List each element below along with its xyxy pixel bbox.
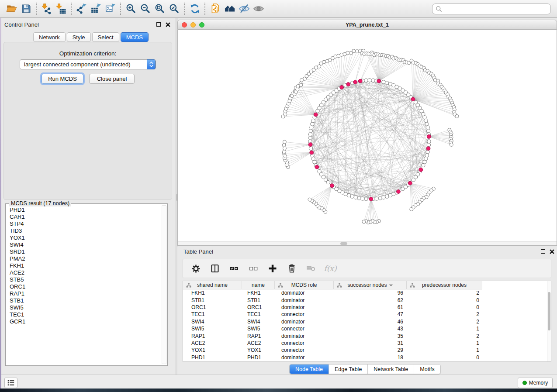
table-cell[interactable]: SWI4 [183, 319, 242, 325]
column-header-successor-nodes[interactable]: successor nodes [334, 281, 407, 289]
table-cell[interactable]: dominator [275, 333, 334, 339]
memory-button[interactable]: Memory [518, 378, 553, 388]
table-cell[interactable]: dominator [275, 304, 334, 310]
table-cell[interactable]: dominator [275, 297, 334, 303]
table-cell[interactable]: SWI5 [242, 326, 275, 332]
mcds-result-item[interactable]: RAP1 [6, 290, 161, 297]
network-hscrollbar-thumb[interactable] [340, 242, 347, 245]
export-image-icon[interactable] [103, 2, 118, 16]
mcds-result-item[interactable]: SRD1 [6, 248, 161, 255]
close-panel-icon[interactable] [165, 21, 171, 28]
table-cell[interactable]: 62 [334, 297, 407, 303]
table-row[interactable]: SWI4SWI4dominator462 [183, 318, 551, 325]
float-table-panel-icon[interactable] [540, 248, 546, 254]
table-cell[interactable]: 2 [407, 290, 482, 296]
optimization-criterion-select[interactable]: largest connected component (undirected) [20, 59, 156, 69]
export-table-icon[interactable] [89, 2, 103, 16]
table-vscrollbar-thumb[interactable] [548, 292, 550, 330]
table-row[interactable]: YOX1YOX1connector291 [183, 347, 551, 354]
add-icon[interactable] [267, 263, 278, 274]
mcds-list-scrollbar[interactable] [162, 205, 166, 364]
float-panel-icon[interactable] [156, 21, 162, 28]
network-hscrollbar[interactable] [178, 241, 557, 245]
table-cell[interactable]: STB1 [183, 297, 242, 303]
table-cell[interactable]: 0 [407, 304, 482, 310]
table-cell[interactable]: RAP1 [242, 333, 275, 339]
table-cell[interactable]: connector [275, 326, 334, 332]
column-header-mcds-role[interactable]: MCDS role [275, 281, 334, 289]
minimize-window-icon[interactable] [190, 22, 196, 28]
eye-slash-icon[interactable] [237, 2, 251, 16]
tab-node-table[interactable]: Node Table [290, 364, 329, 374]
table-row[interactable]: STB1STB1dominator620 [183, 296, 551, 303]
mcds-result-item[interactable]: PMA2 [6, 255, 161, 262]
table-cell[interactable]: connector [275, 347, 334, 353]
table-cell[interactable]: 0 [407, 354, 482, 361]
table-row[interactable]: PHD1PHD1dominator180 [183, 354, 551, 361]
table-cell[interactable]: 1 [407, 347, 482, 353]
gear-icon[interactable] [190, 263, 201, 274]
network-window-titlebar[interactable]: YPA_prune.txt_1 [177, 20, 557, 30]
table-cell[interactable]: TEC1 [183, 311, 242, 317]
import-table-icon[interactable] [54, 2, 68, 16]
table-cell[interactable]: 47 [334, 311, 407, 317]
table-cell[interactable]: FKH1 [183, 290, 242, 296]
table-cell[interactable]: connector [275, 311, 334, 317]
table-cell[interactable]: ORC1 [183, 304, 242, 310]
table-cell[interactable]: dominator [275, 319, 334, 325]
close-window-icon[interactable] [182, 22, 187, 28]
columns-icon[interactable] [209, 263, 221, 274]
table-cell[interactable]: 61 [334, 304, 407, 310]
table-cell[interactable]: STB1 [242, 297, 275, 303]
mcds-result-item[interactable]: TID3 [6, 227, 161, 234]
table-row[interactable]: TEC1TEC1connector472 [183, 311, 551, 318]
table-cell[interactable]: YOX1 [242, 347, 275, 353]
refresh-layout-icon[interactable] [187, 2, 202, 16]
table-row[interactable]: ACE2ACE2connector311 [183, 340, 551, 347]
tab-style[interactable]: Style [67, 32, 91, 42]
mcds-result-item[interactable]: SWI4 [6, 241, 161, 248]
table-cell[interactable]: 1 [407, 326, 482, 332]
table-cell[interactable]: 96 [334, 290, 407, 296]
mcds-result-list[interactable]: PHD1CAR1STP4TID3YOX1SWI4SRD1PMA2FKH1ACE2… [6, 206, 161, 365]
table-row[interactable]: SWI5SWI5connector431 [183, 325, 551, 332]
tab-select[interactable]: Select [92, 32, 119, 42]
table-cell[interactable]: 46 [334, 319, 407, 325]
table-cell[interactable]: ORC1 [242, 304, 275, 310]
mcds-result-item[interactable]: ACE2 [6, 269, 161, 276]
table-cell[interactable]: 2 [407, 311, 482, 317]
table-cell[interactable]: 2 [407, 333, 482, 339]
table-cell[interactable]: 18 [334, 354, 407, 361]
zoom-window-icon[interactable] [199, 22, 204, 28]
zoom-in-icon[interactable] [124, 2, 138, 16]
zoom-fit-icon[interactable] [152, 2, 167, 16]
mcds-result-item[interactable]: ORC1 [6, 283, 161, 290]
mcds-result-item[interactable]: GCR1 [6, 318, 161, 325]
houses-icon[interactable] [222, 2, 237, 16]
table-cell[interactable]: dominator [275, 290, 334, 296]
table-cell[interactable]: TEC1 [242, 311, 275, 317]
table-cell[interactable]: connector [275, 340, 334, 346]
table-cell[interactable]: FKH1 [242, 290, 275, 296]
zoom-selected-icon[interactable] [167, 2, 181, 16]
table-cell[interactable]: dominator [275, 354, 334, 361]
table-cell[interactable]: 1 [407, 340, 482, 346]
table-cell[interactable]: 0 [407, 297, 482, 303]
mcds-result-item[interactable]: STB1 [6, 297, 161, 304]
tab-network[interactable]: Network [33, 32, 66, 42]
tab-motifs[interactable]: Motifs [414, 364, 440, 374]
table-vscrollbar[interactable] [547, 281, 551, 361]
export-network-icon[interactable] [74, 2, 89, 16]
deselect-all-icon[interactable] [248, 263, 259, 274]
search-input[interactable] [432, 3, 551, 14]
mcds-result-item[interactable]: FKH1 [6, 262, 161, 269]
mcds-result-item[interactable]: YOX1 [6, 234, 161, 241]
table-cell[interactable]: 35 [334, 333, 407, 339]
mcds-result-item[interactable]: STB5 [6, 276, 161, 283]
table-cell[interactable]: SWI5 [183, 326, 242, 332]
import-network-icon[interactable] [39, 2, 54, 16]
tab-edge-table[interactable]: Edge Table [329, 364, 368, 374]
column-header-predecessor-nodes[interactable]: predecessor nodes [407, 281, 482, 289]
save-icon[interactable] [19, 2, 33, 16]
table-cell[interactable]: PHD1 [242, 354, 275, 361]
